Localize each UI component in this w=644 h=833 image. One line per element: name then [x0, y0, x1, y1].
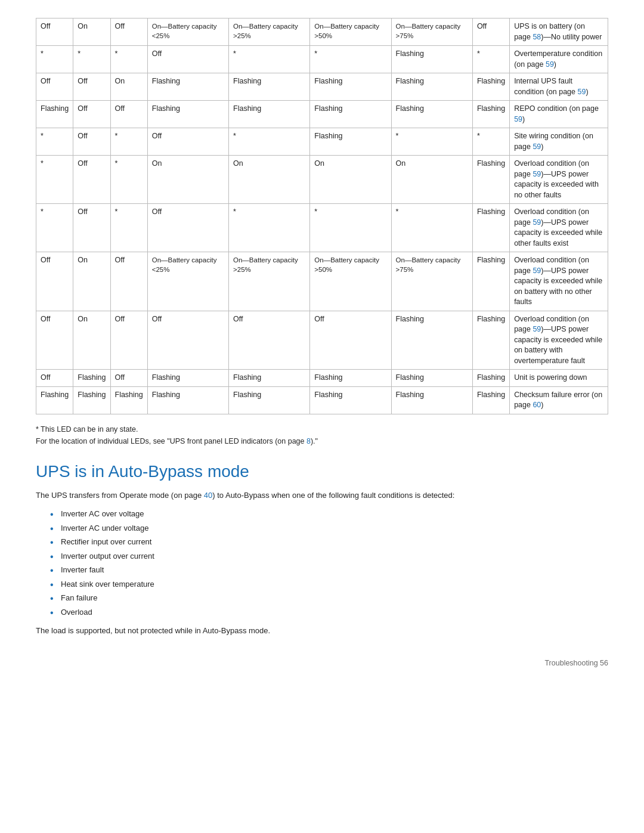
bullet-item: Rectifier input over current [50, 536, 608, 548]
table-cell: On—Battery capacity <25% [147, 252, 228, 311]
table-cell: * [36, 204, 73, 252]
table-cell: Off [110, 252, 147, 311]
table-cell-description: Overtemperature condition (on page 59) [510, 46, 608, 73]
table-cell: Flashing [391, 311, 472, 370]
bullet-item: Inverter fault [50, 564, 608, 576]
table-cell: Flashing [73, 386, 110, 414]
table-cell: On [73, 18, 110, 46]
table-cell: Off [110, 18, 147, 46]
table-cell: * [110, 156, 147, 204]
page-link[interactable]: 59 [532, 170, 541, 178]
table-cell: Off [472, 18, 509, 46]
table-cell-description: Overload condition (on page 59)—UPS powe… [510, 156, 608, 204]
led-status-table: OffOnOffOn—Battery capacity <25%On—Batte… [36, 18, 608, 414]
table-cell: Flashing [229, 101, 310, 128]
table-cell: On [147, 156, 228, 204]
table-cell: Off [73, 204, 110, 252]
table-cell: On [391, 156, 472, 204]
table-cell: * [472, 128, 509, 156]
table-cell: Flashing [229, 386, 310, 414]
bullet-item: Overload [50, 606, 608, 618]
page-link[interactable]: 59 [514, 115, 522, 123]
table-cell: Off [147, 128, 228, 156]
table-cell: * [472, 46, 509, 73]
table-cell: * [36, 128, 73, 156]
table-cell: * [73, 46, 110, 73]
table-cell-description: Site wiring condition (on page 59) [510, 128, 608, 156]
page-link[interactable]: 59 [532, 325, 541, 333]
table-cell: Flashing [73, 370, 110, 387]
bullet-item: Heat sink over temperature [50, 578, 608, 590]
page-8-link[interactable]: 8 [306, 437, 311, 445]
table-cell: Flashing [36, 386, 73, 414]
table-cell: Off [73, 156, 110, 204]
table-cell: On [73, 311, 110, 370]
section-intro: The UPS transfers from Operate mode (on … [36, 490, 608, 501]
table-cell: On—Battery capacity >75% [391, 18, 472, 46]
table-cell-description: Overload condition (on page 59)—UPS powe… [510, 252, 608, 311]
table-cell: * [229, 204, 310, 252]
table-cell: Flashing [310, 370, 391, 387]
table-cell: Flashing [472, 204, 509, 252]
table-cell: Flashing [110, 386, 147, 414]
table-cell: Flashing [472, 370, 509, 387]
table-cell: * [310, 46, 391, 73]
table-cell: Flashing [391, 46, 472, 73]
table-cell-description: Overload condition (on page 59)—UPS powe… [510, 311, 608, 370]
page-link[interactable]: 59 [532, 218, 541, 227]
table-cell: Off [36, 73, 73, 101]
page-40-link[interactable]: 40 [204, 491, 212, 500]
page-link[interactable]: 59 [532, 143, 541, 151]
table-cell-description: Internal UPS fault condition (on page 59… [510, 73, 608, 101]
table-cell: Flashing [391, 370, 472, 387]
table-cell: Flashing [229, 370, 310, 387]
table-cell: * [310, 204, 391, 252]
page-link[interactable]: 59 [577, 88, 586, 96]
table-cell: Off [147, 204, 228, 252]
table-cell: Flashing [310, 73, 391, 101]
table-cell: Off [73, 128, 110, 156]
table-cell: On [110, 73, 147, 101]
table-cell: Off [110, 370, 147, 387]
table-cell: Off [36, 252, 73, 311]
table-cell: On—Battery capacity >25% [229, 18, 310, 46]
table-cell: Flashing [472, 156, 509, 204]
page-link[interactable]: 59 [532, 267, 541, 275]
table-cell: On—Battery capacity >50% [310, 252, 391, 311]
table-cell: Flashing [391, 101, 472, 128]
table-cell: Flashing [472, 101, 509, 128]
table-cell: Flashing [472, 386, 509, 414]
page-footer: Troubleshooting 56 [36, 659, 608, 667]
table-cell: Flashing [310, 386, 391, 414]
page-link[interactable]: 58 [532, 33, 541, 41]
table-cell: Flashing [147, 73, 228, 101]
bullet-item: Inverter AC over voltage [50, 508, 608, 520]
table-cell: Off [310, 311, 391, 370]
table-cell: Flashing [472, 311, 509, 370]
table-cell: * [110, 128, 147, 156]
bullet-item: Fan failure [50, 592, 608, 604]
table-cell: * [229, 46, 310, 73]
table-cell: Off [73, 73, 110, 101]
table-cell: On—Battery capacity >75% [391, 252, 472, 311]
table-cell: Flashing [310, 101, 391, 128]
page-link[interactable]: 60 [532, 401, 541, 409]
table-cell: Off [73, 101, 110, 128]
table-cell: * [391, 204, 472, 252]
table-cell-description: Checksum failure error (on page 60) [510, 386, 608, 414]
page-link[interactable]: 59 [546, 60, 554, 69]
table-cell: Off [36, 370, 73, 387]
bullet-item: Inverter AC under voltage [50, 522, 608, 534]
table-cell: Off [110, 311, 147, 370]
table-cell: On—Battery capacity >50% [310, 18, 391, 46]
table-cell: On—Battery capacity <25% [147, 18, 228, 46]
table-cell: * [36, 46, 73, 73]
table-cell: Off [147, 46, 228, 73]
table-cell: * [110, 46, 147, 73]
table-cell: Flashing [391, 386, 472, 414]
table-cell-description: Unit is powering down [510, 370, 608, 387]
closing-text: The load is supported, but not protected… [36, 626, 608, 635]
fault-conditions-list: Inverter AC over voltageInverter AC unde… [50, 508, 608, 618]
table-cell-description: Overload condition (on page 59)—UPS powe… [510, 204, 608, 252]
table-cell: Off [36, 18, 73, 46]
